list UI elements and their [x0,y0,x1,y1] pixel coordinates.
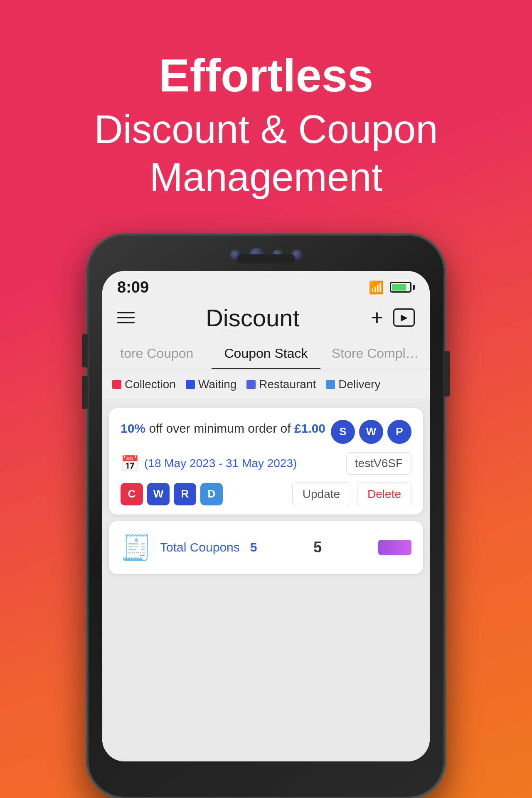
legend-delivery: Delivery [326,378,380,391]
tabs-container: tore Coupon Coupon Stack Store Compl… [102,339,430,369]
tab-store-coupon[interactable]: tore Coupon [102,339,212,369]
phone-screen: 8:09 📶 Discoun [102,271,430,761]
waiting-dot [186,380,195,389]
legend-restaurant: Restaurant [246,378,316,391]
status-time: 8:09 [117,278,149,296]
update-button[interactable]: Update [292,482,350,506]
partial-left: 🧾 Total Coupons 5 [121,533,257,562]
hamburger-menu-icon[interactable] [117,312,135,323]
phone-mockup: 8:09 📶 Discoun [87,234,445,798]
volume-down-button[interactable] [82,376,88,409]
content-area: 10% off over minimum order of £1.00 S W … [102,400,430,761]
partial-right-value: 5 [313,539,322,556]
coupon-card-2-partial: 🧾 Total Coupons 5 5 [109,521,423,574]
collection-dot [112,380,121,389]
battery-icon [390,282,415,293]
delivery-dot [326,380,335,389]
coupon-description: 10% off over minimum order of £1.00 [121,420,331,437]
tab-coupon-stack[interactable]: Coupon Stack [212,339,321,369]
delete-button[interactable]: Delete [357,482,411,506]
speaker-grille [237,254,295,264]
coupon-percent: 10% [121,421,145,435]
partial-info: Total Coupons 5 [160,540,257,554]
battery-tip [413,285,415,290]
volume-up-button[interactable] [82,334,88,367]
hero-line23: Discount & Coupon Management [94,105,438,201]
tab-store-complete[interactable]: Store Compl… [320,339,430,369]
phone-frame: 8:09 📶 Discoun [87,234,445,798]
status-icons: 📶 [369,280,415,295]
battery-body [390,282,411,293]
type-tags: C W R D [121,483,223,505]
header-actions: + [371,305,415,330]
legend-waiting: Waiting [186,378,236,391]
coupon-top: 10% off over minimum order of £1.00 S W … [121,420,411,444]
calendar-icon: 📅 [121,455,139,472]
legend-bar: Collection Waiting Restaurant Delivery [102,369,430,400]
partial-bar [378,540,411,555]
tag-delivery: D [200,483,223,505]
tag-collection: C [121,483,143,505]
tag-restaurant: R [174,483,196,505]
coupon-bottom: C W R D Update Delete [121,482,411,506]
coupon-badges: S W P [331,420,411,444]
app-title: Discount [206,304,300,332]
badge-s: S [331,420,355,444]
status-bar: 8:09 📶 [102,271,430,300]
app-header: Discount + [102,300,430,339]
tag-waiting: W [147,483,170,505]
badge-w: W [359,420,383,444]
total-coupons-value: 5 [250,540,257,554]
coupon-card-1: 10% off over minimum order of £1.00 S W … [109,408,423,515]
power-button[interactable] [444,351,450,397]
video-button[interactable] [393,308,415,327]
battery-fill [392,284,406,291]
coupon-date-text: (18 May 2023 - 31 May 2023) [144,457,297,470]
wifi-icon: 📶 [369,280,384,295]
total-coupons-label: Total Coupons 5 [160,540,257,554]
coupon-code: testV6SF [346,452,411,475]
coupon-date: 📅 (18 May 2023 - 31 May 2023) [121,455,297,472]
action-buttons: Update Delete [292,482,411,506]
legend-collection: Collection [112,378,176,391]
hero-section: Effortless Discount & Coupon Management [94,50,438,201]
restaurant-dot [246,380,256,389]
hero-line1: Effortless [94,50,438,101]
badge-p: P [387,420,411,444]
coupon-date-row: 📅 (18 May 2023 - 31 May 2023) testV6SF [121,452,411,475]
coupon-amount: £1.00 [294,421,325,435]
add-button[interactable]: + [371,305,383,330]
receipt-icon: 🧾 [121,533,152,562]
